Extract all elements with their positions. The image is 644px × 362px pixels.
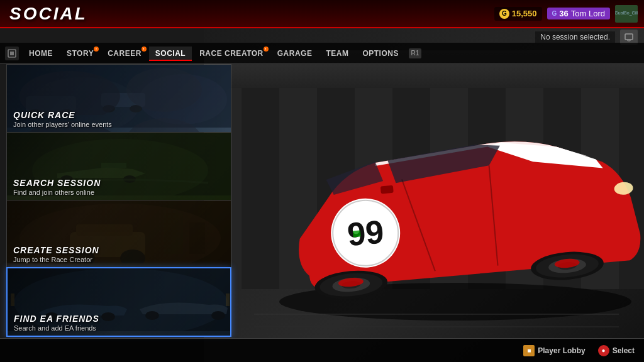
search-session-title: SEARCH SESSION <box>13 178 225 188</box>
menu-item-create-session[interactable]: CREATE SESSION Jump to the Race Creator <box>6 200 231 268</box>
currency-amount: 15,550 <box>512 9 537 18</box>
create-session-title: CREATE SESSION <box>13 245 225 255</box>
level-icon: G <box>552 10 557 17</box>
quick-race-title: QUICK RACE <box>13 110 225 120</box>
story-badge: ! <box>94 47 99 52</box>
left-panel: QUICK RACE Join other players' online ev… <box>6 64 231 337</box>
bottom-bar: ■ Player Lobby ● Select <box>0 338 644 362</box>
svg-rect-16 <box>380 185 394 194</box>
race-creator-badge: ! <box>264 47 269 52</box>
player-level: 36 <box>559 9 568 18</box>
header-bar: SOCIAL G 15,550 G 36 Tom Lord GualBo_Gil… <box>0 0 644 28</box>
quick-race-desc: Join other players' online events <box>13 121 225 128</box>
menu-item-search-session[interactable]: SEARCH SESSION Find and join others onli… <box>6 132 231 200</box>
svg-rect-18 <box>353 231 361 238</box>
player-lobby-btn: ■ <box>523 345 535 356</box>
menu-item-find-ea-friends[interactable]: FIND EA FRIENDS Search and add EA friend… <box>6 267 231 337</box>
nav-item-home[interactable]: HOME <box>23 47 59 60</box>
avatar-label: GualBo_Gill <box>615 11 638 16</box>
header-right: G 15,550 G 36 Tom Lord GualBo_Gill <box>494 5 638 23</box>
currency-display: G 15,550 <box>494 7 542 21</box>
currency-icon: G <box>499 9 509 19</box>
nav-item-garage[interactable]: GARAGE <box>271 47 319 60</box>
search-session-desc: Find and join others online <box>13 189 225 196</box>
quick-race-content: QUICK RACE Join other players' online ev… <box>7 65 231 132</box>
search-session-content: SEARCH SESSION Find and join others onli… <box>7 133 231 200</box>
avatar: GualBo_Gill <box>615 5 638 23</box>
find-ea-friends-content: FIND EA FRIENDS Search and add EA friend… <box>8 268 230 336</box>
nav-item-social[interactable]: SOCIAL <box>149 47 192 60</box>
svg-rect-23 <box>10 52 14 55</box>
select-action[interactable]: ● Select <box>598 345 635 356</box>
find-ea-friends-title: FIND EA FRIENDS <box>14 314 224 324</box>
select-label: Select <box>613 346 635 355</box>
nav-item-race-creator[interactable]: RACE CREATOR ! <box>193 47 270 60</box>
r1-badge: R1 <box>409 48 421 58</box>
home-icon[interactable] <box>5 47 19 60</box>
nav-item-team[interactable]: TEAM <box>319 47 355 60</box>
player-level-box: G 36 Tom Lord <box>547 8 610 19</box>
nav-item-options[interactable]: OPTIONS <box>356 47 405 60</box>
nav-item-story[interactable]: STORY ! <box>60 47 100 60</box>
page-title: SOCIAL <box>9 4 87 24</box>
player-name: Tom Lord <box>571 9 605 18</box>
car-display: 99 <box>216 50 644 339</box>
player-lobby-label: Player Lobby <box>538 346 585 355</box>
svg-rect-21 <box>625 34 633 40</box>
session-status-text: No session selected. <box>535 31 615 43</box>
player-lobby-action: ■ Player Lobby <box>523 345 585 356</box>
nav-item-career[interactable]: CAREER ! <box>101 47 148 60</box>
select-btn: ● <box>598 345 609 356</box>
create-session-content: CREATE SESSION Jump to the Race Creator <box>7 200 231 268</box>
create-session-desc: Jump to the Race Creator <box>13 256 225 263</box>
find-ea-friends-desc: Search and add EA friends <box>14 324 224 332</box>
menu-item-quick-race[interactable]: QUICK RACE Join other players' online ev… <box>6 64 231 132</box>
nav-bar: HOME STORY ! CAREER ! SOCIAL RACE CREATO… <box>0 43 644 64</box>
svg-text:99: 99 <box>346 213 386 253</box>
career-badge: ! <box>142 47 147 52</box>
